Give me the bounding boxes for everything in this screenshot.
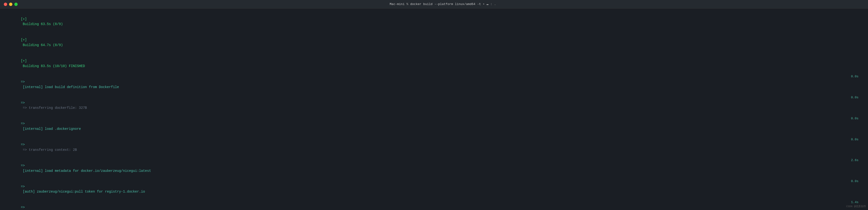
time-3: 0.0s — [851, 116, 859, 121]
terminal-content: [+] Building 63.5s (8/9) [+] Building 64… — [0, 8, 868, 210]
line-content-5: [internal] load metadata for docker.io/z… — [21, 169, 151, 173]
time-1: 0.0s — [851, 74, 859, 79]
command-text: docker build --platform linux/amd64 -t — [410, 2, 481, 6]
prompt-separator: % — [406, 2, 408, 6]
arrow-line-3: => [internal] load .dockerignore 0.0s — [5, 116, 863, 137]
building-text-1: Building 63.5s (8/9) — [21, 22, 63, 26]
terminal-window: Mac-mini % docker build --platform linux… — [0, 0, 868, 210]
minimize-button[interactable] — [9, 3, 12, 6]
title-extra: ▪ — [483, 2, 485, 6]
line-content-2: => transferring dockerfile: 327B — [21, 106, 87, 110]
arrow-line-2: => => transferring dockerfile: 327B 0.0s — [5, 95, 863, 116]
arrow-7: => — [21, 206, 25, 209]
arrow-line-6: => [auth] zauberzeug/nicegui:pull token … — [5, 179, 863, 200]
time-7: 1.4s — [851, 200, 859, 205]
plus-bracket-1: [+] — [21, 17, 27, 21]
line-content-3: [internal] load .dockerignore — [21, 127, 81, 131]
time-2: 0.0s — [851, 95, 859, 100]
building-text-3: Building 83.5s (10/10) FINISHED — [21, 64, 85, 68]
title-bar-text: Mac-mini % docker build --platform linux… — [22, 2, 864, 6]
close-button[interactable] — [4, 3, 7, 6]
building-line-3: [+] Building 83.5s (10/10) FINISHED — [5, 54, 863, 74]
arrow-5: => — [21, 164, 25, 168]
arrow-line-5: => [internal] load metadata for docker.i… — [5, 158, 863, 179]
arrow-line-7: => [internal] load build context 1.4s — [5, 200, 863, 210]
plus-bracket-3: [+] — [21, 59, 27, 63]
hostname-label: Mac-mini — [390, 2, 404, 6]
arrow-6: => — [21, 185, 25, 188]
time-5: 2.6s — [851, 158, 859, 163]
title-bar: Mac-mini % docker build --platform linux… — [0, 0, 868, 8]
traffic-lights — [4, 3, 18, 6]
building-line-2: [+] Building 64.7s (8/9) — [5, 32, 863, 53]
arrow-line-1: => [internal] load build definition from… — [5, 74, 863, 95]
line-content-1: [internal] load build definition from Do… — [21, 85, 119, 89]
building-line-1: [+] Building 63.5s (8/9) — [5, 11, 863, 32]
arrow-2: => — [21, 101, 25, 105]
line-content-6: [auth] zauberzeug/nicegui:pull token for… — [21, 190, 145, 193]
line-content-4: => transferring context: 2B — [21, 148, 77, 152]
arrow-3: => — [21, 122, 25, 125]
arrow-4: => — [21, 143, 25, 147]
building-text-2: Building 64.7s (8/9) — [21, 43, 63, 47]
plus-bracket-2: [+] — [21, 38, 27, 42]
time-4: 0.0s — [851, 137, 859, 142]
watermark: CSDN @优质创作 — [846, 205, 866, 208]
title-icon1: ▬ — [487, 2, 489, 6]
time-6: 0.0s — [851, 179, 859, 184]
arrow-line-4: => => transferring context: 2B 0.0s — [5, 137, 863, 158]
maximize-button[interactable] — [14, 3, 18, 6]
title-colon: : — [490, 2, 492, 6]
title-dot: . — [494, 2, 496, 6]
arrow-1: => — [21, 80, 25, 84]
